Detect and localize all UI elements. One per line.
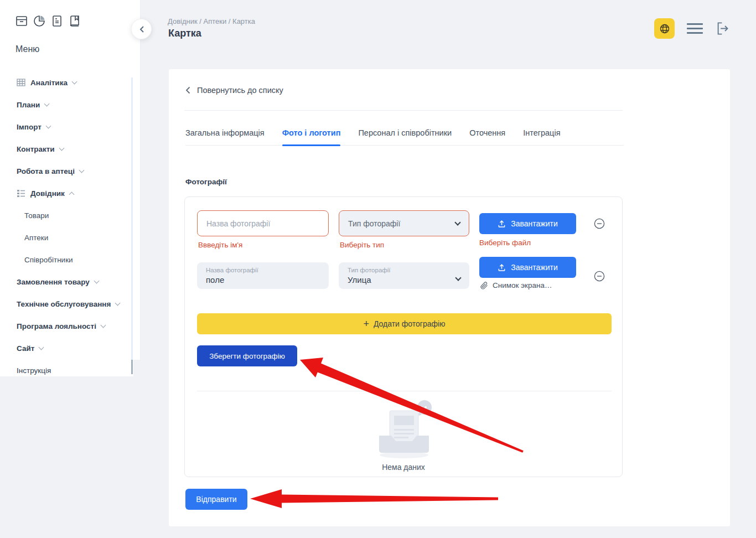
chevron-down-icon (115, 300, 121, 306)
section-title-photos: Фотографії (185, 178, 227, 186)
chevron-down-icon (71, 79, 77, 84)
empty-state-text: Нема даних (185, 463, 622, 472)
empty-state-illustration (363, 395, 446, 461)
tab-integration[interactable]: Інтеграція (523, 123, 560, 145)
sidebar-top-icons (15, 14, 81, 28)
tab-bar: Загальна інформація Фото і логотип Персо… (185, 123, 624, 146)
remove-row-button[interactable] (594, 218, 605, 229)
tab-general-info[interactable]: Загальна інформація (185, 123, 265, 145)
book-icon[interactable] (69, 14, 81, 28)
chevron-down-icon (94, 278, 99, 283)
archive-icon[interactable] (15, 14, 28, 28)
sidebar-item-pharmacies[interactable]: Аптеки (24, 232, 48, 243)
tab-photo-logo[interactable]: Фото і логотип (282, 123, 341, 145)
minus-circle-icon (594, 218, 605, 229)
paperclip-icon (480, 282, 488, 289)
add-photo-button[interactable]: + Додати фотографію (197, 313, 612, 334)
grid-icon (17, 78, 25, 87)
chevron-left-icon (185, 86, 190, 94)
logout-icon[interactable] (715, 21, 730, 36)
page-title: Картка (168, 28, 201, 39)
sidebar-item-goods-order[interactable]: Замовлення товару (17, 276, 99, 287)
photo-name-input-filled[interactable]: Назва фотографії поле (197, 262, 329, 289)
minus-circle-icon (594, 271, 605, 282)
sidebar-collapse-button[interactable] (131, 19, 152, 39)
back-to-list-link[interactable]: Повернутись до списку (185, 86, 283, 95)
photo-type-select[interactable]: Тип фоторафії (339, 210, 469, 236)
chevron-left-icon (139, 25, 144, 33)
sidebar-item-directory[interactable]: Довідник (17, 188, 74, 199)
sidebar-item-site[interactable]: Сайт (17, 343, 43, 354)
type-error-text: Виберіть тип (340, 241, 384, 249)
sidebar-item-products[interactable]: Товари (24, 210, 49, 221)
sidebar-item-loyalty[interactable]: Програма лояльності (17, 320, 105, 332)
attached-file[interactable]: Снимок экрана… (480, 281, 552, 289)
sidebar: Меню Аналітика Плани Імпорт Контракти Ро… (0, 0, 141, 360)
submit-button[interactable]: Відправити (185, 489, 247, 510)
chevron-down-icon (454, 219, 460, 225)
menu-title: Меню (15, 44, 39, 54)
document-icon[interactable] (51, 14, 63, 28)
sidebar-scrollbar-track[interactable] (131, 77, 133, 374)
remove-row-button[interactable] (594, 271, 605, 282)
main-card: Повернутись до списку Загальна інформаці… (169, 69, 730, 526)
chevron-down-icon (79, 167, 84, 173)
plus-icon: + (363, 319, 369, 329)
upload-button-row2[interactable]: Завантажити (479, 257, 576, 278)
tab-environment[interactable]: Оточення (469, 123, 505, 145)
pie-chart-icon[interactable] (33, 14, 45, 28)
sidebar-item-maintenance[interactable]: Технічне обслуговування (17, 298, 120, 309)
sidebar-item-contracts[interactable]: Контракти (17, 143, 64, 154)
sidebar-item-plans[interactable]: Плани (17, 99, 49, 110)
breadcrumb[interactable]: Довідник / Аптеки / Картка (168, 17, 255, 25)
list-icon (17, 189, 25, 198)
chevron-down-icon (455, 275, 461, 281)
sidebar-item-instruction[interactable]: Інструкція (17, 365, 51, 376)
sidebar-extension: Інструкція (0, 360, 133, 376)
globe-icon (659, 23, 670, 34)
photos-panel: Ввведіть ім'я Тип фоторафії Виберіть тип… (184, 196, 623, 477)
chevron-down-icon (59, 145, 64, 151)
sidebar-scrollbar-thumb[interactable] (131, 360, 133, 374)
divider (184, 110, 623, 111)
language-button[interactable] (654, 18, 675, 39)
save-photo-button[interactable]: Зберегти фотографію (197, 345, 297, 366)
chevron-down-icon (101, 322, 106, 328)
photo-name-input[interactable] (197, 210, 329, 236)
upload-icon (498, 220, 506, 228)
sidebar-item-analytics[interactable]: Аналітика (17, 77, 76, 88)
hamburger-menu-icon[interactable] (687, 23, 703, 34)
divider (197, 391, 612, 391)
sidebar-item-pharmacy-work[interactable]: Робота в аптеці (17, 165, 84, 177)
upload-icon (498, 263, 506, 272)
tab-personnel[interactable]: Персонал і співробітники (358, 123, 452, 145)
file-error-text: Виберіть файл (479, 239, 531, 247)
upload-button-row1[interactable]: Завантажити (479, 213, 576, 234)
chevron-up-icon (69, 192, 74, 197)
header-actions (654, 18, 730, 39)
chevron-down-icon (39, 344, 44, 350)
sidebar-item-employees[interactable]: Співробітники (24, 254, 73, 265)
name-error-text: Ввведіть ім'я (198, 241, 242, 249)
photo-type-select-filled[interactable]: Тип фоторафії Улица (339, 262, 469, 289)
chevron-down-icon (44, 101, 50, 106)
sidebar-item-import[interactable]: Імпорт (17, 121, 50, 132)
chevron-down-icon (45, 123, 51, 128)
